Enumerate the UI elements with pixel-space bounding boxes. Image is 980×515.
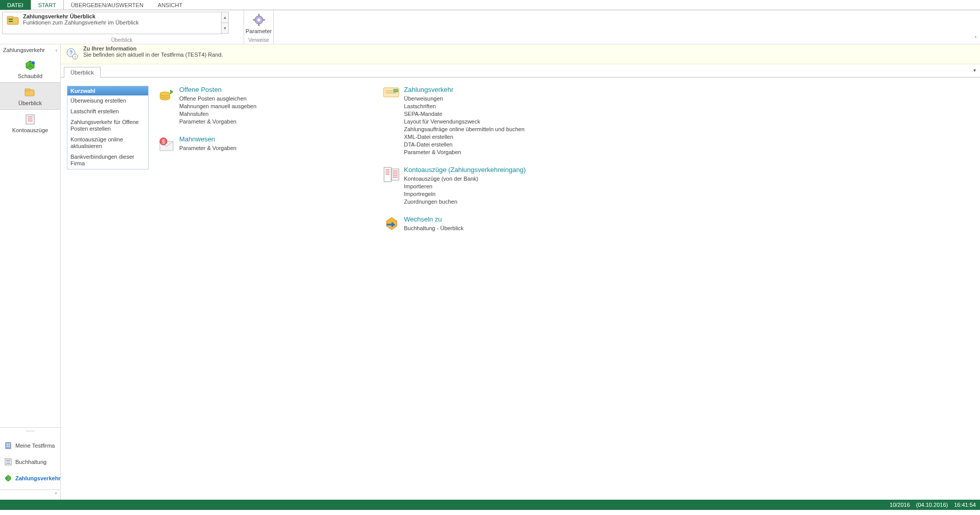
svg-text:§: § xyxy=(162,139,165,144)
svg-rect-19 xyxy=(9,446,10,447)
nav-item-schaubild[interactable]: Schaubild xyxy=(0,56,60,82)
kurzwahl-link[interactable]: Überweisung erstellen xyxy=(67,95,148,106)
section-link[interactable]: Mahnungen manuell ausgeben xyxy=(179,103,256,109)
section-offene-posten: Offene Posten Offene Posten ausgleichen … xyxy=(158,86,383,126)
section-title-wechseln-zu[interactable]: Wechseln zu xyxy=(404,215,464,223)
parameter-button[interactable]: Parameter xyxy=(246,12,272,34)
section-link[interactable]: Parameter & Vorgaben xyxy=(179,145,236,151)
ribbon-collapse-icon[interactable]: ˄ xyxy=(974,36,977,41)
svg-rect-10 xyxy=(25,89,30,91)
coins-icon xyxy=(158,86,176,104)
nav-module-stack: Meine Testfirma Buchhaltung Zahlungsverk… xyxy=(0,434,60,489)
kurzwahl-link[interactable]: Lastschrift erstellen xyxy=(67,106,148,117)
gallery-item-zv-ueberblick[interactable]: Zahlungsverkehr Überblick Funktionen zum… xyxy=(2,12,222,34)
section-link[interactable]: Importieren xyxy=(404,183,526,189)
gear-icon xyxy=(252,13,266,27)
main-area: Zahlungsverkehr ‹ Schaubild Überblick Ko… xyxy=(0,44,980,500)
ribbon-group-label-ueberblick: Überblick xyxy=(0,37,244,44)
tab-uebergeben-auswerten[interactable]: ÜBERGEBEN/AUSWERTEN xyxy=(64,0,151,10)
switch-arrow-icon xyxy=(383,215,401,234)
gallery-item-title: Zahlungsverkehr Überblick xyxy=(23,13,139,19)
section-link[interactable]: Buchhaltung - Überblick xyxy=(404,225,464,231)
nav-item-kontoauszuege[interactable]: Kontoauszüge xyxy=(0,110,60,136)
kurzwahl-header: Kurzwahl xyxy=(67,86,148,95)
section-link[interactable]: Zuordnungen buchen xyxy=(404,199,526,205)
building-icon xyxy=(4,442,12,450)
status-bar: 10/2016 (04.10.2016) 16:41:54 xyxy=(0,500,980,510)
folder-icon xyxy=(6,13,20,28)
nav-module-label: Buchhaltung xyxy=(15,459,46,465)
page-tab-menu-icon[interactable]: ▾ xyxy=(973,67,976,73)
svg-rect-38 xyxy=(384,167,391,182)
page-body: Kurzwahl Überweisung erstellen Lastschri… xyxy=(61,78,980,500)
nav-module-label: Zahlungsverkehr xyxy=(15,475,61,481)
section-wechseln-zu: Wechseln zu Buchhaltung - Überblick xyxy=(383,215,648,234)
nav-pane: Zahlungsverkehr ‹ Schaubild Überblick Ko… xyxy=(0,44,61,500)
kurzwahl-link[interactable]: Kontoauszüge online aktualisieren xyxy=(67,134,148,152)
section-link[interactable]: Parameter & Vorgaben xyxy=(404,149,524,155)
tab-datei[interactable]: DATEI xyxy=(0,0,31,10)
kurzwahl-panel: Kurzwahl Überweisung erstellen Lastschri… xyxy=(67,86,149,169)
section-zahlungsverkehr: Zahlungsverkehr Überweisungen Lastschrif… xyxy=(383,86,648,157)
ribbon-group-ueberblick: Zahlungsverkehr Überblick Funktionen zum… xyxy=(0,10,244,44)
nav-module-zahlungsverkehr[interactable]: Zahlungsverkehr xyxy=(0,470,60,486)
envelope-paragraph-icon: § xyxy=(158,135,176,154)
section-link[interactable]: Offene Posten ausgleichen xyxy=(179,95,256,102)
section-mahnwesen: § Mahnwesen Parameter & Vorgaben xyxy=(158,135,383,154)
nav-resize-handle[interactable]: ······ xyxy=(0,427,60,434)
nav-items: Schaubild Überblick Kontoauszüge xyxy=(0,56,60,427)
status-date: (04.10.2016) xyxy=(916,502,948,508)
nav-module-buchhaltung[interactable]: Buchhaltung xyxy=(0,454,60,470)
content-area: ?! Zu Ihrer Information Sie befinden sic… xyxy=(61,44,980,500)
section-title-kontoauszuege[interactable]: Kontoauszüge (Zahlungsverkehreingang) xyxy=(404,166,526,174)
page-tab-ueberblick[interactable]: Überblick xyxy=(64,67,101,78)
section-link[interactable]: Zahlungsaufträge online übermitteln und … xyxy=(404,126,524,132)
svg-rect-18 xyxy=(7,446,8,447)
nav-collapse-icon[interactable]: ‹ xyxy=(56,47,57,53)
section-link[interactable]: Überweisungen xyxy=(404,95,524,102)
kurzwahl-link[interactable]: Zahlungsverkehr für Offene Posten erstel… xyxy=(67,117,148,134)
gallery-scroll-handles: ▲ ▼ xyxy=(222,12,229,34)
nav-item-label: Schaubild xyxy=(18,73,42,79)
section-title-zahlungsverkehr[interactable]: Zahlungsverkehr xyxy=(404,86,524,93)
section-title-mahnwesen[interactable]: Mahnwesen xyxy=(179,135,236,143)
kurzwahl-link[interactable]: Bankverbindungen dieser Firma xyxy=(67,152,148,169)
status-period: 10/2016 xyxy=(890,502,910,508)
svg-rect-37 xyxy=(394,89,398,92)
section-link[interactable]: XML-Datei erstellen xyxy=(404,134,524,140)
nav-item-label: Überblick xyxy=(18,100,42,106)
svg-point-8 xyxy=(32,61,35,64)
tab-start[interactable]: START xyxy=(31,0,64,10)
page-tabs: Überblick ▾ xyxy=(61,64,980,78)
svg-text:!: ! xyxy=(75,55,76,59)
gallery-item-subtitle: Funktionen zum Zahlungsverkehr im Überbl… xyxy=(23,19,139,26)
tab-ansicht[interactable]: ANSICHT xyxy=(151,0,189,10)
nav-item-ueberblick[interactable]: Überblick xyxy=(0,82,60,110)
nav-expand-icon[interactable]: ˅ xyxy=(0,489,60,500)
svg-rect-16 xyxy=(7,444,8,445)
info-icon: ?! xyxy=(66,47,79,61)
section-link[interactable]: Parameter & Vorgaben xyxy=(179,118,256,125)
status-time: 16:41:54 xyxy=(954,502,976,508)
nav-module-meine-testfirma[interactable]: Meine Testfirma xyxy=(0,437,60,454)
section-link[interactable]: DTA-Datei erstellen xyxy=(404,141,524,148)
section-link[interactable]: Layout für Verwendungszweck xyxy=(404,118,524,125)
section-link[interactable]: Importregeln xyxy=(404,191,526,197)
section-link[interactable]: SEPA-Mandate xyxy=(404,111,524,117)
parameter-button-label: Parameter xyxy=(246,28,272,34)
info-bar-title: Zu Ihrer Information xyxy=(83,45,223,52)
section-link[interactable]: Kontoauszüge (von der Bank) xyxy=(404,176,526,182)
info-bar: ?! Zu Ihrer Information Sie befinden sic… xyxy=(61,44,980,64)
folder-open-icon xyxy=(24,87,36,98)
section-title-offene-posten[interactable]: Offene Posten xyxy=(179,86,256,93)
money-transfer-icon xyxy=(4,474,12,482)
svg-rect-11 xyxy=(26,115,34,124)
section-link[interactable]: Mahnstufen xyxy=(179,111,256,117)
nav-item-label: Kontoauszüge xyxy=(12,127,48,133)
section-link[interactable]: Lastschriften xyxy=(404,103,524,109)
svg-text:?: ? xyxy=(69,50,73,56)
gallery-down-icon[interactable]: ▼ xyxy=(222,23,229,34)
gallery-up-icon[interactable]: ▲ xyxy=(222,12,229,23)
svg-rect-17 xyxy=(9,444,10,445)
ribbon: Zahlungsverkehr Überblick Funktionen zum… xyxy=(0,10,980,44)
